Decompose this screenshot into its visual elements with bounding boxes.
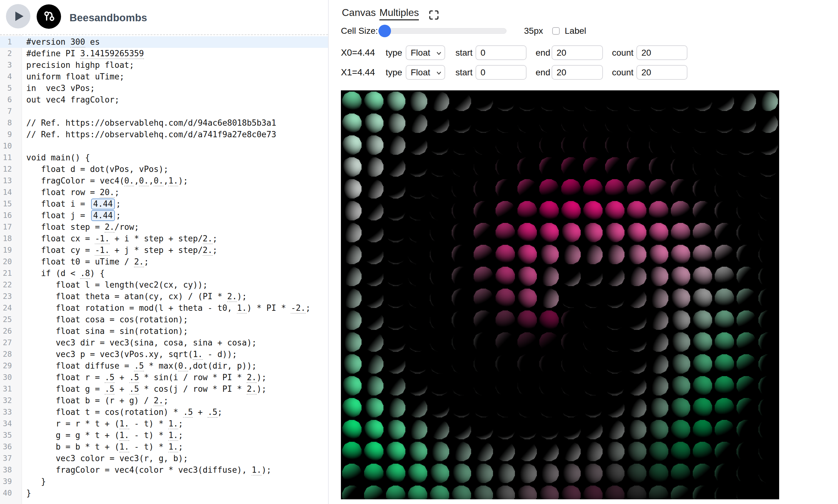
number-literal: 2.: [247, 384, 256, 395]
code-line[interactable]: 4uniform float uTime;: [0, 71, 328, 83]
code-line[interactable]: 33 float t = cos(rotation) * .5 + .5;: [0, 407, 328, 418]
cell-size-slider[interactable]: [378, 28, 507, 34]
start-input[interactable]: 0: [476, 45, 527, 60]
code-text: float i = 4.44;: [22, 198, 121, 210]
line-number: 7: [0, 106, 22, 117]
code-text: vec3 p = vec3(vPos.xy, sqrt(1. - d));: [22, 348, 237, 360]
code-line[interactable]: 18 float cx = -1. + i * step + step/2.;: [0, 233, 328, 245]
number-literal: 0.: [154, 176, 164, 186]
type-select[interactable]: Float: [406, 45, 445, 60]
code-line[interactable]: 22 float l = length(vec2(cx, cy));: [0, 279, 328, 291]
code-line[interactable]: 12 float d = dot(vPos, vPos);: [0, 163, 328, 175]
code-line[interactable]: 7: [0, 106, 328, 117]
code-line[interactable]: 19 float cy = -1. + j * step + step/2.;: [0, 245, 328, 256]
code-line[interactable]: 29 float diffuse = .5 * max(0.,dot(dir, …: [0, 360, 328, 372]
cell-size-slider-thumb[interactable]: [378, 25, 391, 37]
line-number: 6: [0, 94, 22, 106]
code-line[interactable]: 27 vec3 dir = vec3(sina, cosa, sina + co…: [0, 337, 328, 348]
number-literal: 2.: [247, 373, 256, 383]
label-checkbox-label: Label: [565, 26, 586, 36]
value-scrubber[interactable]: 4.44: [91, 210, 115, 221]
code-line[interactable]: 38 fragColor = vec4(color * vec3(diffuse…: [0, 464, 328, 476]
end-input[interactable]: 20: [551, 65, 603, 80]
line-number: 23: [0, 291, 22, 302]
tab-multiples[interactable]: Multiples: [379, 7, 419, 20]
code-line[interactable]: 11void main() {: [0, 152, 328, 163]
line-number: 29: [0, 360, 22, 372]
sketch-title: Beesandbombs: [69, 12, 147, 24]
code-line[interactable]: 20 float t0 = uTime / 2.;: [0, 256, 328, 268]
code-line[interactable]: 35 g = g * t + (1. - t) * 1.;: [0, 430, 328, 441]
code-line[interactable]: 14 float row = 20.;: [0, 187, 328, 198]
multiples-canvas[interactable]: [341, 90, 779, 499]
code-line[interactable]: 30 float r = .5 + .5 * sin(i / row * PI …: [0, 372, 328, 383]
type-label: type: [386, 65, 402, 80]
number-literal: .5: [207, 408, 217, 418]
code-line[interactable]: 1#version 300 es: [0, 36, 328, 48]
app-logo[interactable]: [37, 4, 61, 29]
count-input[interactable]: 20: [636, 65, 687, 80]
code-text: #define PI 3.14159265359: [22, 48, 144, 59]
code-line[interactable]: 25 float cosa = cos(rotation);: [0, 314, 328, 325]
code-line[interactable]: 32 float b = (r + g) / 2.;: [0, 395, 328, 407]
line-number: 39: [0, 476, 22, 487]
code-line[interactable]: 16 float j = 4.44;: [0, 210, 328, 221]
param-name: X0=4.44: [341, 45, 375, 60]
tab-canvas[interactable]: Canvas: [342, 7, 376, 19]
code-line[interactable]: 21 if (d < .8) {: [0, 268, 328, 279]
number-literal: 300: [70, 37, 85, 48]
code-line[interactable]: 9// Ref. https://observablehq.com/d/a741…: [0, 129, 328, 140]
code-line[interactable]: 2#define PI 3.14159265359: [0, 48, 328, 59]
number-literal: .5: [183, 408, 193, 418]
line-number: 35: [0, 430, 22, 441]
code-line[interactable]: 34 r = r * t + (1. - t) * 1.;: [0, 418, 328, 430]
number-literal: 1.: [119, 419, 129, 429]
fullscreen-icon[interactable]: [428, 10, 440, 21]
code-line[interactable]: 24 float rotation = mod(l + theta - t0, …: [0, 302, 328, 314]
number-literal: .5: [105, 384, 114, 395]
type-select[interactable]: Float: [406, 65, 445, 80]
type-label: type: [386, 45, 402, 60]
code-line[interactable]: 28 vec3 p = vec3(vPos.xy, sqrt(1. - d));: [0, 348, 328, 360]
value-scrubber[interactable]: 4.44: [91, 199, 115, 210]
code-line[interactable]: 39 }: [0, 476, 328, 487]
code-line[interactable]: 6out vec4 fragColor;: [0, 94, 328, 106]
code-line[interactable]: 37 vec3 color = vec3(r, g, b);: [0, 453, 328, 464]
code-line[interactable]: 13 fragColor = vec4(0.,0.,0.,1.);: [0, 175, 328, 187]
code-line[interactable]: 10: [0, 140, 328, 152]
code-line[interactable]: 17 float step = 2./row;: [0, 221, 328, 233]
code-line[interactable]: 26 float sina = sin(rotation);: [0, 325, 328, 337]
code-line[interactable]: 31 float g = .5 + .5 * cos(j / row * PI …: [0, 383, 328, 395]
line-number: 18: [0, 233, 22, 245]
editor-panel: Beesandbombs 1#version 300 es2#define PI…: [0, 0, 328, 504]
label-checkbox[interactable]: [552, 27, 560, 35]
code-editor[interactable]: 1#version 300 es2#define PI 3.1415926535…: [0, 35, 328, 504]
code-line[interactable]: 5in vec3 vPos;: [0, 83, 328, 94]
type-select-value: Float: [411, 68, 430, 77]
code-text: float g = .5 + .5 * cos(j / row * PI * 2…: [22, 383, 267, 395]
number-literal: 3.14159265359: [80, 49, 144, 59]
code-text: g = g * t + (1. - t) * 1.;: [22, 430, 183, 441]
code-line[interactable]: 3precision highp float;: [0, 59, 328, 71]
code-line[interactable]: 36 b = b * t + (1. - t) * 1.;: [0, 441, 328, 453]
code-line[interactable]: 8// Ref. https://observablehq.com/d/94ac…: [0, 117, 328, 129]
line-number: 19: [0, 245, 22, 256]
line-number: 11: [0, 152, 22, 163]
code-line[interactable]: 23 float theta = atan(cy, cx) / (PI * 2.…: [0, 291, 328, 302]
play-icon: [15, 12, 23, 21]
line-number: 24: [0, 302, 22, 314]
param-row-x0: X0=4.44 type Float start 0 end 20 count …: [329, 45, 838, 60]
line-number: 25: [0, 314, 22, 325]
line-number: 40: [0, 487, 22, 499]
code-line[interactable]: 15 float i = 4.44;: [0, 198, 328, 210]
start-input[interactable]: 0: [476, 65, 527, 80]
code-text: fragColor = vec4(0.,0.,0.,1.);: [22, 175, 188, 187]
play-button[interactable]: [6, 4, 30, 29]
code-line[interactable]: 40}: [0, 487, 328, 499]
cell-size-label: Cell Size:: [341, 26, 378, 36]
end-input[interactable]: 20: [551, 45, 603, 60]
number-literal: 2.: [203, 234, 212, 244]
line-number: 5: [0, 83, 22, 94]
code-text: [22, 106, 26, 117]
count-input[interactable]: 20: [636, 45, 687, 60]
